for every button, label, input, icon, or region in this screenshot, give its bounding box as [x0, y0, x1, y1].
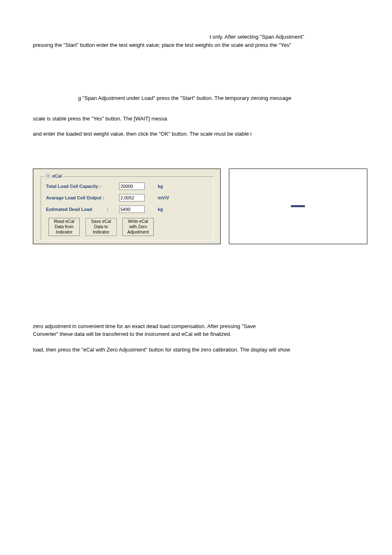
capacity-label: Total Load Cell Capacity : [46, 184, 119, 189]
output-label: Avarage Load Cell Output : [46, 195, 119, 200]
capacity-input[interactable]: 20000 [119, 183, 145, 190]
capacity-unit: kg [158, 184, 163, 189]
output-row: Avarage Load Cell Output : 2.0052 mV/V [46, 194, 210, 201]
paragraph-line: load, then press the "eCal with Zero Adj… [33, 347, 290, 353]
ecal-panel: eCal Total Load Cell Capacity : 20000 kg… [33, 169, 221, 244]
output-unit: mV/V [158, 195, 169, 200]
dash-icon [291, 205, 305, 207]
ecal-groupbox: eCal Total Load Cell Capacity : 20000 kg… [41, 176, 214, 240]
ecal-legend: eCal [44, 173, 63, 178]
button-row: Read eCal Data from Indicator Save eCal … [48, 218, 210, 236]
paragraph-line: and enter the loaded test weight value, … [33, 131, 251, 137]
capacity-row: Total Load Cell Capacity : 20000 kg [46, 183, 210, 190]
figure-row: eCal Total Load Cell Capacity : 20000 kg… [33, 169, 367, 244]
paragraph-line: g "Span Adjustment under Load" press the… [33, 94, 367, 102]
paragraph-line: Converter" these data will be transferre… [33, 330, 367, 338]
deadload-label: Estimated Dead Load [46, 207, 107, 212]
deadload-input[interactable]: 5490 [119, 206, 145, 213]
read-ecal-button[interactable]: Read eCal Data from Indicator [48, 218, 80, 236]
save-ecal-button[interactable]: Save eCal Data to Indicator [85, 218, 117, 236]
output-input[interactable]: 2.0052 [119, 194, 145, 201]
deadload-unit: kg [158, 207, 163, 212]
right-panel [229, 169, 367, 244]
write-ecal-button[interactable]: Write eCal with Zero Adjustment [122, 218, 154, 236]
ecal-legend-text: eCal [52, 173, 62, 178]
paragraph-line: t only. After selecting "Span Adjustment… [33, 33, 367, 41]
deadload-row: Estimated Dead Load : 5490 kg [46, 206, 210, 213]
paragraph-line: pressing the "Start" button enter the te… [33, 41, 367, 49]
paragraph-line: zero adjustment in convenient time for a… [33, 322, 367, 331]
ecal-radio[interactable] [46, 173, 51, 178]
deadload-colon: : [107, 207, 119, 212]
paragraph-line: scale is stable press the "Yes" button. … [33, 116, 167, 122]
